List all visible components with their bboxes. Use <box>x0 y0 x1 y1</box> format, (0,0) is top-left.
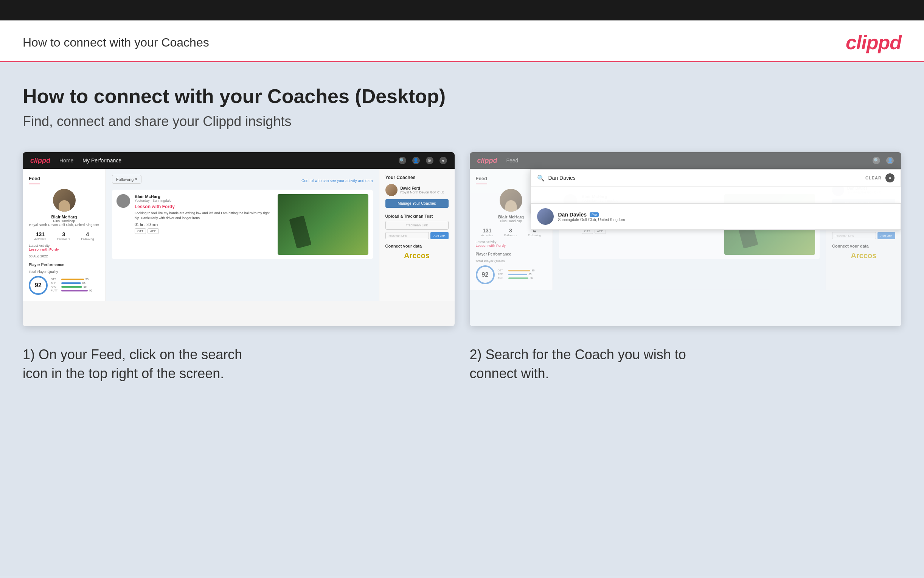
app-nav-logo-1: clippd <box>30 157 50 165</box>
app-body-1: Feed Blair McHarg Plus Handicap Royal No… <box>23 169 455 301</box>
result-info: Dan Davies Pro Sunningdale Golf Club, Un… <box>558 212 625 222</box>
screenshots-row: clippd Home My Performance 🔍 👤 ⚙ ● Feed <box>23 152 901 326</box>
search-input-overlay[interactable]: Dan Davies <box>549 175 862 181</box>
app-nav-1: clippd Home My Performance 🔍 👤 ⚙ ● <box>23 152 455 169</box>
search-icon-overlay: 🔍 <box>537 174 545 182</box>
screenshot-panel-1: clippd Home My Performance 🔍 👤 ⚙ ● Feed <box>23 152 455 326</box>
search-icon[interactable]: 🔍 <box>399 157 406 164</box>
result-badge: Pro <box>590 212 599 217</box>
control-link[interactable]: Control who can see your activity and da… <box>301 179 372 183</box>
lesson-card: Blair McHarg Yesterday · Sunningdale Les… <box>112 190 373 259</box>
connect-data-title: Connect your data <box>385 244 448 248</box>
clippd-logo: clippd <box>846 31 901 54</box>
following-label: Following <box>116 177 134 182</box>
bar-app-value: 85 <box>83 282 86 284</box>
stat-following-number: 4 <box>81 231 94 237</box>
feed-tab[interactable]: Feed <box>29 175 40 184</box>
activity-name[interactable]: Lesson with Fordy <box>29 248 99 251</box>
app-feed-1: Following ▾ Control who can see your act… <box>106 169 379 301</box>
player-perf-title: Player Performance <box>29 263 99 267</box>
bar-putt-fill <box>61 290 88 291</box>
steps-row: 1) On your Feed, click on the search ico… <box>23 345 901 383</box>
lesson-duration: 01 hr : 30 min <box>135 222 273 227</box>
total-quality-label: Total Player Quality <box>29 270 99 274</box>
bar-arg: ARG 86 <box>51 286 99 288</box>
app-mockup-1: clippd Home My Performance 🔍 👤 ⚙ ● Feed <box>23 152 455 326</box>
step-1-description: 1) On your Feed, click on the search ico… <box>23 345 455 383</box>
app-nav-icons: 🔍 👤 ⚙ ● <box>399 157 447 164</box>
result-name-row: Dan Davies Pro <box>558 212 625 218</box>
tag-app: APP <box>147 228 159 234</box>
bar-ott-value: 90 <box>86 278 89 281</box>
avatar-icon[interactable]: ● <box>440 157 447 164</box>
stat-followers: 3 Followers <box>57 231 70 241</box>
settings-icon[interactable]: ⚙ <box>426 157 434 164</box>
lesson-image <box>278 194 368 255</box>
stat-fol-2: 3 Followers <box>504 227 517 237</box>
quality-score-2: 92 <box>476 265 495 284</box>
app-nav-logo-2: clippd <box>477 157 497 165</box>
trackman-link-row: Trackman Link Add Link <box>385 232 448 239</box>
lesson-text: Looking to feel like my hands are exitin… <box>135 211 273 220</box>
search-icon-2[interactable]: 🔍 <box>872 157 880 164</box>
bar-putt-value: 96 <box>89 289 92 292</box>
bar-app-label: APP <box>51 282 60 284</box>
lesson-meta: Yesterday · Sunningdale <box>135 199 273 203</box>
trackman-link-input[interactable]: Trackman Link <box>385 232 429 239</box>
user-icon[interactable]: 👤 <box>412 157 420 164</box>
avatar-2 <box>500 189 522 212</box>
page-heading: How to connect with your Coaches (Deskto… <box>23 85 901 107</box>
app-nav-icons-2: 🔍 👤 <box>872 157 894 164</box>
bar-arg-label: ARG <box>51 286 60 288</box>
clear-button[interactable]: CLEAR <box>866 175 882 180</box>
add-link-btn-2[interactable]: Add Link <box>877 232 895 239</box>
nav-item-feed-2[interactable]: Feed <box>507 157 519 164</box>
bar-ott-fill <box>61 279 84 280</box>
screenshot-panel-2: clippd Feed 🔍 👤 Feed <box>470 152 902 326</box>
feed-tab-2: Feed <box>476 175 487 184</box>
bar-putt: PUTT 96 <box>51 289 99 292</box>
trackman-input[interactable]: Trackman Link <box>385 221 448 230</box>
tag-ott: OTT <box>135 228 146 234</box>
nav-item-performance[interactable]: My Performance <box>83 157 121 164</box>
trackman-section: Upload a Trackman Test Trackman Link Tra… <box>385 214 448 239</box>
search-result-item[interactable]: Dan Davies Pro Sunningdale Golf Club, Un… <box>531 203 901 230</box>
profile-area: Blair McHarg Plus Handicap Royal North D… <box>29 189 99 227</box>
stat-followers-label: Followers <box>57 237 70 241</box>
coach-name-1: David Ford <box>401 186 444 190</box>
stat-following: 4 Following <box>81 231 94 241</box>
profile-name-2: Blair McHarg <box>498 214 524 219</box>
stat-followers-number: 3 <box>57 231 70 237</box>
app-right-1: Your Coaches David Ford Royal North Devo… <box>379 169 455 301</box>
step-2-description: 2) Search for the Coach you wish to conn… <box>470 345 902 383</box>
coach-club-1: Royal North Devon Golf Club <box>401 190 444 194</box>
lesson-coach-name: Blair McHarg <box>135 194 273 199</box>
result-avatar <box>537 208 554 225</box>
close-search-button[interactable]: × <box>885 174 895 182</box>
activity-date: 03 Aug 2022 <box>29 254 99 258</box>
user-icon-2[interactable]: 👤 <box>886 157 894 164</box>
following-button[interactable]: Following ▾ <box>112 175 141 183</box>
arccos-logo: Arccos <box>385 251 448 260</box>
bar-app-fill <box>61 283 81 284</box>
result-club: Sunningdale Golf Club, United Kingdom <box>558 218 625 222</box>
lesson-tags: OTT APP <box>135 228 273 234</box>
header-title: How to connect with your Coaches <box>23 36 209 50</box>
manage-coaches-button-1[interactable]: Manage Your Coaches <box>385 199 448 208</box>
add-link-button[interactable]: Add Link <box>430 232 448 239</box>
bar-app: APP 85 <box>51 282 99 284</box>
latest-activity-label: Latest Activity <box>29 244 99 248</box>
quality-bars: OTT 90 APP 85 <box>51 278 99 293</box>
coach-avatar-feed <box>117 194 130 208</box>
player-performance: Player Performance Total Player Quality … <box>29 263 99 295</box>
coach-info-1: David Ford Royal North Devon Golf Club <box>401 186 444 194</box>
stat-activities-number: 131 <box>34 231 47 237</box>
main-content: How to connect with your Coaches (Deskto… <box>0 62 924 577</box>
quality-bars-2: OTT 90 APP 85 <box>498 269 547 281</box>
quality-row: 92 OTT 90 APP <box>29 276 99 295</box>
top-bar <box>0 0 924 20</box>
lesson-content: Blair McHarg Yesterday · Sunningdale Les… <box>135 194 273 255</box>
result-name: Dan Davies <box>558 212 587 218</box>
stat-following-label: Following <box>81 237 94 241</box>
nav-item-home[interactable]: Home <box>59 157 73 164</box>
